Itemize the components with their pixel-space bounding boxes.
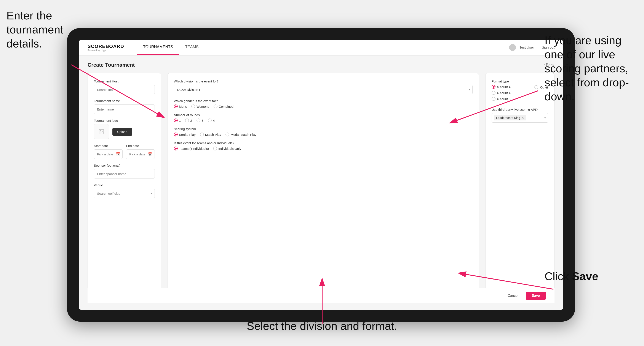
scoring-match[interactable]: Match Play (200, 133, 221, 136)
logo-upload-area: Upload (94, 124, 155, 139)
teams-plus-individuals[interactable]: Teams (+Individuals) (174, 147, 209, 151)
venue-input[interactable] (94, 189, 155, 198)
start-date-group: Start date 📅 (94, 144, 122, 159)
scoring-medal-radio[interactable] (226, 133, 229, 136)
rounds-2[interactable]: 2 (185, 119, 192, 122)
cancel-button[interactable]: Cancel (503, 292, 523, 300)
page-title: Create Tournament (88, 62, 135, 68)
scoring-label: Scoring system (174, 127, 472, 131)
rounds-3-radio[interactable] (196, 119, 200, 122)
scoring-stroke-radio[interactable] (174, 133, 178, 136)
user-name: Test User (520, 45, 534, 49)
division-select-wrapper: NCAA Division I ▾ (174, 85, 472, 94)
rounds-4-radio[interactable] (208, 119, 212, 122)
start-date-input[interactable] (94, 149, 122, 159)
rounds-2-radio[interactable] (185, 119, 189, 122)
nav-tabs: TOURNAMENTS TEAMS (137, 40, 205, 55)
individuals-only[interactable]: Individuals Only (213, 147, 241, 151)
annotation-bottom-text: Select the division and format. (247, 320, 397, 332)
rounds-2-label: 2 (190, 119, 192, 122)
tournament-name-input[interactable] (94, 104, 155, 114)
format-other-radio[interactable] (534, 85, 538, 89)
rounds-4-label: 4 (213, 119, 215, 122)
individuals-only-label: Individuals Only (218, 147, 241, 151)
gender-womens[interactable]: Womens (191, 104, 209, 108)
scoring-match-label: Match Play (205, 133, 221, 136)
gender-radio-group: Mens Womens Combined (174, 104, 472, 108)
format-5count4[interactable]: 5 count 4 (492, 85, 510, 89)
live-scoring-tag-text: Leaderboard King (496, 116, 520, 120)
form-grid: Tournament Host Tournament name Tourname… (88, 73, 554, 293)
rounds-radio-group: 1 2 3 (174, 119, 472, 122)
rounds-1[interactable]: 1 (174, 119, 181, 122)
svg-point-1 (100, 130, 101, 131)
teams-radio-group: Teams (+Individuals) Individuals Only (174, 147, 472, 151)
gender-group: Which gender is the event for? Mens Wome… (174, 99, 472, 108)
annotation-bottom-right-prefix: Click (544, 270, 572, 283)
format-5count4-label: 5 count 4 (497, 85, 510, 89)
teams-plus-label: Teams (+Individuals) (179, 147, 209, 151)
live-scoring-group: Use third-party live scoring API? Leader… (492, 108, 548, 123)
individuals-only-radio[interactable] (213, 147, 217, 151)
annotation-bottom: Select the division and format. (247, 319, 397, 333)
tournament-name-group: Tournament name (94, 99, 155, 114)
tournament-host-input[interactable] (94, 85, 155, 94)
tab-tournaments[interactable]: TOURNAMENTS (137, 40, 179, 55)
rounds-4[interactable]: 4 (208, 119, 215, 122)
page-content: Create Tournament ‹ Back Tournament Host… (79, 55, 563, 310)
rounds-1-label: 1 (179, 119, 181, 122)
tournament-logo-group: Tournament logo Upload (94, 119, 155, 139)
upload-button[interactable]: Upload (112, 128, 132, 136)
live-scoring-chevron-icon: ▾ (544, 116, 546, 120)
live-scoring-tag: Leaderboard King ✕ (494, 115, 526, 120)
tab-teams[interactable]: TEAMS (179, 40, 205, 55)
gender-combined-label: Combined (219, 105, 234, 108)
teams-plus-radio[interactable] (174, 147, 178, 151)
annotation-bottom-right-bold: Save (572, 270, 598, 283)
logo-text: SCOREBOARD (88, 44, 124, 49)
annotation-top-right-text: If you are using one of our live scoring… (544, 34, 629, 103)
dates-group: Start date 📅 End date (94, 144, 155, 159)
format-6count5[interactable]: 6 count 5 (492, 97, 510, 101)
live-scoring-input[interactable]: Leaderboard King ✕ ▾ (492, 113, 548, 123)
sponsor-input[interactable] (94, 169, 155, 178)
format-5count4-radio[interactable] (492, 85, 496, 89)
save-button[interactable]: Save (526, 292, 546, 300)
scoring-match-radio[interactable] (200, 133, 204, 136)
gender-combined-radio[interactable] (214, 104, 218, 108)
venue-label: Venue (94, 183, 155, 187)
division-select[interactable]: NCAA Division I (174, 85, 472, 94)
format-6count5-radio[interactable] (492, 97, 496, 101)
format-options-wrapper: 5 count 4 6 count 4 6 count 5 (492, 85, 548, 103)
gender-mens[interactable]: Mens (174, 104, 187, 108)
scoring-medal-label: Medal Match Play (231, 133, 256, 136)
scoring-stroke-label: Stroke Play (179, 133, 196, 136)
format-6count5-label: 6 count 5 (497, 97, 510, 101)
format-6count4[interactable]: 6 count 4 (492, 91, 510, 95)
format-type-group: Format type 5 count 4 6 coun (492, 79, 548, 103)
scoring-stroke[interactable]: Stroke Play (174, 133, 196, 136)
live-scoring-tag-close[interactable]: ✕ (522, 116, 524, 120)
format-6count4-radio[interactable] (492, 91, 496, 95)
navbar: SCOREBOARD Powered by clippi TOURNAMENTS… (79, 40, 563, 55)
annotation-top-left: Enter the tournament details. (6, 9, 89, 51)
tournament-host-label: Tournament Host (94, 79, 155, 83)
rounds-1-radio[interactable] (174, 119, 178, 122)
format-type-label: Format type (492, 79, 548, 83)
rounds-group: Number of rounds 1 2 (174, 113, 472, 122)
left-column: Tournament Host Tournament name Tourname… (88, 73, 161, 293)
tablet-frame: SCOREBOARD Powered by clippi TOURNAMENTS… (67, 28, 575, 322)
annotation-bottom-right: Click Save (544, 269, 638, 283)
gender-mens-label: Mens (179, 105, 187, 108)
tournament-logo-label: Tournament logo (94, 119, 155, 122)
logo-sub: Powered by clippi (88, 49, 124, 52)
date-row: Start date 📅 End date (94, 144, 155, 159)
gender-combined[interactable]: Combined (214, 104, 234, 108)
end-date-input[interactable] (126, 149, 155, 159)
gender-mens-radio[interactable] (174, 104, 178, 108)
scoring-medal[interactable]: Medal Match Play (226, 133, 256, 136)
gender-womens-radio[interactable] (191, 104, 195, 108)
format-6count4-label: 6 count 4 (497, 91, 510, 95)
tournament-name-label: Tournament name (94, 99, 155, 103)
rounds-3[interactable]: 3 (196, 119, 204, 122)
